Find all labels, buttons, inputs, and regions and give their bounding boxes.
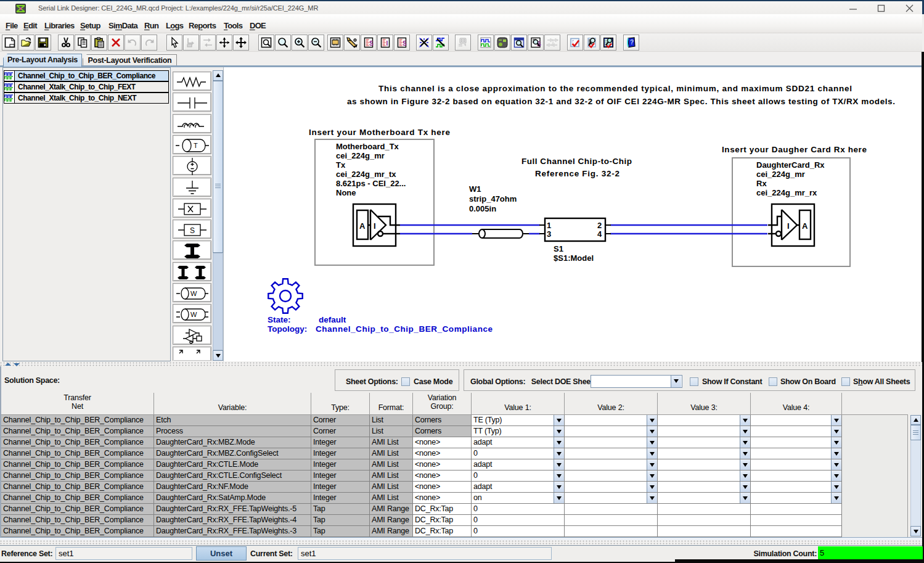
svg-text:Tx: Tx [336,160,346,170]
svg-text:2: 2 [597,221,602,230]
svg-text:W: W [190,290,197,297]
svg-text:default: default [319,315,346,324]
svg-text:1: 1 [547,221,551,230]
svg-text:Insert your Daugher Card Rx he: Insert your Daugher Card Rx here [722,145,867,154]
svg-text:cei_224g_mr: cei_224g_mr [756,170,805,179]
svg-text:$S1:Model: $S1:Model [554,253,594,263]
svg-text:Channel_Chip_to_Chip_BER_Compl: Channel_Chip_to_Chip_BER_Compliance [316,324,493,334]
svg-text:Insert your Motherboard Tx her: Insert your Motherboard Tx here [309,128,450,137]
svg-text:None: None [336,188,356,197]
svg-text:S: S [403,40,407,47]
svg-text:DaughterCard_Rx: DaughterCard_Rx [756,160,825,170]
svg-text:A: A [802,221,808,231]
svg-text:Topology:: Topology: [268,324,307,334]
svg-text:T: T [194,142,198,149]
svg-text:I: I [386,40,388,47]
svg-text:S: S [369,40,374,47]
svg-text:W: W [190,311,197,318]
svg-text:strip_47ohm: strip_47ohm [469,194,517,203]
svg-text:Rx: Rx [756,179,767,188]
svg-text:3: 3 [547,229,551,239]
svg-text:Reference Fig. 32-2: Reference Fig. 32-2 [535,169,619,178]
svg-text:cei_224g_mr_tx: cei_224g_mr_tx [336,170,396,179]
svg-text:0.005in: 0.005in [469,204,496,213]
svg-text:I: I [374,221,376,231]
svg-text:S: S [190,226,195,235]
svg-text:cei_224g_mr: cei_224g_mr [336,151,385,160]
svg-text:?: ? [630,39,634,46]
svg-text:4: 4 [597,229,602,239]
svg-text:I: I [787,221,790,231]
svg-text:cei_224g_mr_rx: cei_224g_mr_rx [756,188,817,197]
svg-text:A: A [359,221,366,231]
svg-text:Full Channel Chip-to-Chip: Full Channel Chip-to-Chip [521,157,632,166]
svg-text:Motherboard_Tx: Motherboard_Tx [336,142,399,151]
svg-text:8.621ps - CEI_22...: 8.621ps - CEI_22... [336,179,406,188]
svg-text:as shown in Figure 32-2 based: as shown in Figure 32-2 based on equatio… [347,97,895,106]
svg-text:W1: W1 [469,184,481,194]
svg-text:S1: S1 [554,244,563,253]
svg-text:State:: State: [268,315,291,324]
svg-text:This channel is a close approx: This channel is a close approximation to… [378,84,852,93]
